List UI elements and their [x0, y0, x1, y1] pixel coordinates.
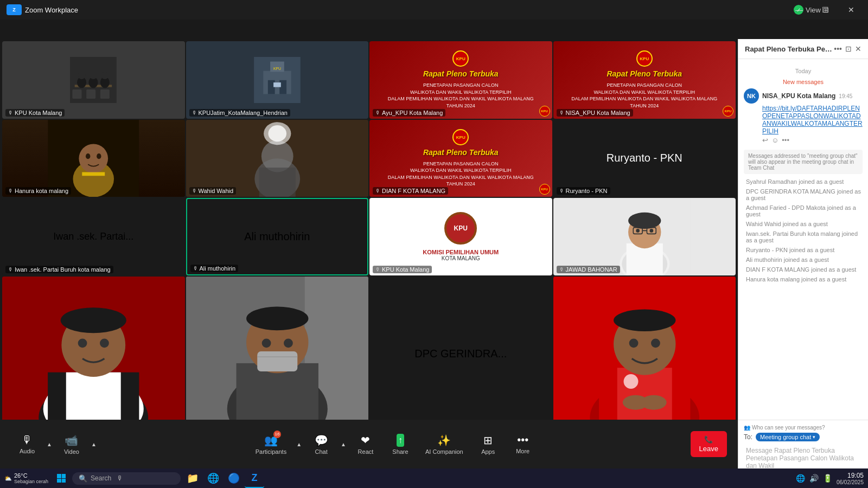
chat-title: Rapat Pleno Terbuka Penetapan ... — [745, 45, 834, 53]
svg-point-60 — [284, 338, 293, 348]
message-input[interactable]: Message Rapat Pleno Terbuka Penetapan Pa… — [744, 445, 863, 472]
reply-icon[interactable]: ↩ — [762, 136, 768, 144]
video-grid: 🎙 KPU Kota Malang KPU 🎙 KPUJatim_Kot — [0, 39, 738, 434]
minimize-button[interactable]: — — [787, 0, 812, 20]
kpu-badge-nisa: KPU — [723, 106, 733, 117]
chat-message-nisa: NK NISA_KPU Kota Malang 19:45 https://bi… — [744, 88, 863, 144]
kpu-badge-ayu: KPU — [539, 106, 550, 117]
video-button[interactable]: 📹 Video — [55, 431, 88, 458]
video-content-kpujatim: KPU — [186, 41, 369, 119]
name-ruryanto-display: Ruryanto - PKN — [607, 152, 682, 164]
msg-body-nisa[interactable]: https://bit.ly/DAFTARHADIRPLENOPENETAPPA… — [762, 105, 863, 135]
taskbar-app-edge[interactable]: 🌐 — [203, 468, 223, 488]
zoom-app-name: Zoom Workplace — [25, 6, 78, 14]
name-hanura: 🎙 Hanura kota malang — [5, 187, 71, 195]
tile-ruryanto: Ruryanto - PKN 🎙 Ruryanto - PKN — [553, 120, 736, 197]
taskbar-app-files[interactable]: 📁 — [183, 468, 202, 488]
name-ali: 🎙 Ali muthohirin — [190, 265, 239, 272]
video-icon: 📹 — [65, 434, 78, 447]
system-tray: 🌐 🔊 🔋 19:05 06/02/2025 — [796, 472, 864, 485]
who-can-see-row[interactable]: 👥 Who can see your messages? — [744, 425, 863, 431]
audio-chevron[interactable]: ▲ — [46, 440, 53, 448]
start-button[interactable] — [53, 470, 70, 487]
label-ayu: Ayu_KPU Kota Malang — [382, 110, 443, 116]
svg-point-68 — [629, 338, 638, 348]
tray-network-icon[interactable]: 🌐 — [796, 474, 805, 483]
taskbar-search[interactable]: 🔍 Search 🎙 — [72, 472, 181, 485]
participants-badge: 16 — [273, 431, 281, 438]
event-title-ayu: Rapat Pleno Terbuka — [423, 69, 499, 80]
main-layout: 🎙 KPU Kota Malang KPU 🎙 KPUJatim_Kot — [0, 39, 868, 434]
popout-icon[interactable]: ⊡ — [845, 44, 852, 53]
participants-button[interactable]: 👥 16 Participants — [249, 431, 293, 458]
label-kpu-logo: KPU Kota Malang — [382, 266, 429, 273]
tray-time: 19:05 — [837, 472, 864, 479]
apps-button[interactable]: ⊞ Apps — [472, 431, 505, 458]
kpu-badge-dian: KPU — [539, 184, 550, 195]
title-bar: Z Zoom Workplace ✓ View ⊞ — ☐ ✕ — [0, 0, 868, 20]
weather-temp: 26°C — [14, 472, 48, 479]
kpu-text: KOMISI PEMILIHAN UMUM — [423, 249, 499, 255]
taskbar-apps: 📁 🌐 🔵 Z — [183, 468, 794, 488]
share-label: Share — [392, 448, 408, 455]
chevron-icon: ▾ — [813, 434, 815, 440]
avatar-initials-nisa: NK — [747, 93, 756, 99]
more-label: More — [516, 448, 529, 454]
search-icon: 🔍 — [79, 474, 87, 483]
svg-point-38 — [636, 229, 640, 233]
taskbar-app-zoom[interactable]: Z — [245, 468, 264, 488]
video-chevron[interactable]: ▲ — [90, 440, 98, 448]
more-options-icon[interactable]: ••• — [834, 44, 842, 53]
taskbar-app-chrome[interactable]: 🔵 — [224, 468, 244, 488]
tile-dpc-gerindra: DPC GERINDRA... 🎙 DPC GERINDRA KOTA MALA… — [369, 277, 552, 432]
audio-button[interactable]: 🎙 Audio — [11, 431, 43, 458]
leave-button[interactable]: 📞 Leave — [691, 431, 727, 457]
close-chat-icon[interactable]: ✕ — [855, 44, 861, 53]
share-button[interactable]: ↑ Share — [384, 431, 417, 458]
chat-toolbar-label: Chat — [315, 448, 327, 455]
label-dian: DIAN F KOTA MALANG — [382, 188, 445, 194]
tray-date: 06/02/2025 — [837, 479, 864, 485]
msg-link-nisa[interactable]: https://bit.ly/DAFTARHADIRPLENOPENETAPPA… — [762, 105, 863, 135]
hanura-bg — [2, 120, 185, 197]
chat-button[interactable]: 💬 Chat — [305, 431, 337, 458]
taskbar: ⛅ 26°C Sebagian cerah 🔍 Search 🎙 📁 🌐 🔵 Z… — [0, 468, 868, 488]
emoji-react-icon[interactable]: ☺ — [771, 136, 778, 144]
tile-iwan: Iwan .sek. Partai... 🎙 Iwan .sek. Partai… — [2, 198, 185, 275]
tile-syahrul: 🎙 Syahrul Ramadhan — [186, 277, 369, 432]
who-icon: 👥 — [744, 425, 750, 431]
tray-sound-icon[interactable]: 🔊 — [809, 474, 819, 483]
name-ayu: 🎙 Ayu_KPU Kota Malang — [373, 109, 445, 117]
mic-icon-kpu-logo: 🎙 — [375, 267, 380, 272]
kpu-emblem-ayu: KPU — [452, 50, 469, 67]
chat-header: Rapat Pleno Terbuka Penetapan ... ••• ⊡ … — [738, 39, 868, 59]
tray-battery-icon[interactable]: 🔋 — [823, 474, 832, 483]
mic-icon-ali: 🎙 — [193, 266, 198, 271]
chat-messages[interactable]: Today New messages NK NISA_KPU Kota Mala… — [738, 59, 868, 420]
svg-rect-8 — [73, 89, 82, 98]
kpu-badge-icon2: KPU — [723, 106, 733, 117]
chat-chevron[interactable]: ▲ — [340, 440, 347, 448]
kpu-badge-icon3: KPU — [539, 184, 550, 195]
ai-companion-button[interactable]: ✨ AI Companion — [419, 431, 470, 458]
label-jawad: JAWAD BAHONAR — [566, 266, 617, 273]
search-mic-icon: 🎙 — [117, 474, 123, 482]
to-badge[interactable]: Meeting group chat ▾ — [756, 433, 820, 441]
maximize-button[interactable]: ☐ — [813, 0, 838, 20]
presentation-content-ayu: KPU Rapat Pleno Terbuka PENETAPAN PASANG… — [369, 41, 552, 119]
participants-chevron[interactable]: ▲ — [295, 440, 303, 448]
tile-hanura: 🎙 Hanura kota malang — [2, 120, 185, 197]
close-button[interactable]: ✕ — [839, 0, 864, 20]
svg-point-22 — [97, 153, 101, 159]
tray-datetime[interactable]: 19:05 06/02/2025 — [837, 472, 864, 485]
label-ruryanto: Ruryanto - PKN — [566, 188, 608, 194]
more-msg-options-icon[interactable]: ••• — [782, 136, 789, 144]
more-button[interactable]: ••• More — [507, 431, 539, 458]
svg-point-3 — [78, 72, 86, 79]
svg-point-29 — [268, 125, 286, 142]
msg-time-nisa: 19:45 — [839, 93, 852, 99]
ai-companion-icon: ✨ — [437, 434, 451, 447]
react-button[interactable]: ❤ React — [349, 431, 382, 458]
leave-icon: 📞 — [704, 435, 713, 444]
label-nisa: NISA_KPU Kota Malang — [566, 110, 630, 116]
